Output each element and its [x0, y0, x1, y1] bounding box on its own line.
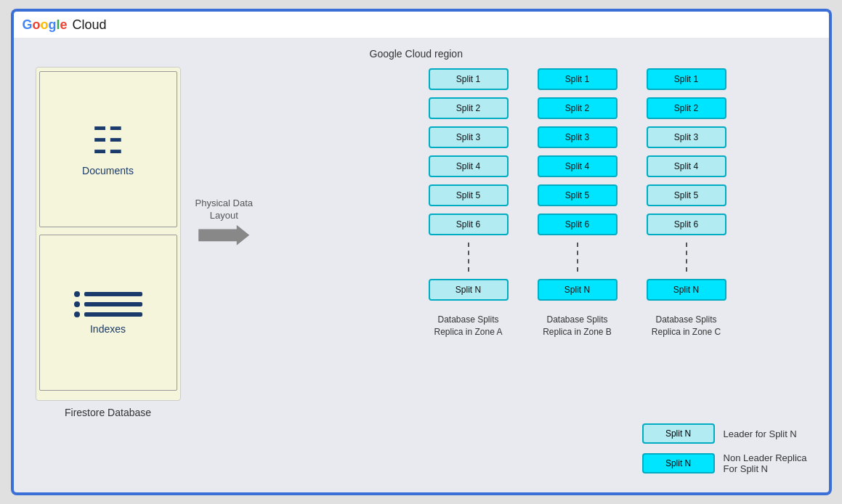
document-icon: ☷: [92, 123, 124, 159]
indexes-label: Indexes: [90, 323, 126, 335]
legend-leader-split: Split N: [642, 423, 715, 444]
inner-frame: ☷ Documents Indexes Firestore Database P…: [14, 38, 829, 492]
zone-a-label: Database SplitsReplica in Zone A: [434, 314, 502, 338]
zone-a-split-5: Split 5: [429, 184, 509, 206]
indexes-box: Indexes: [39, 235, 177, 391]
splits-area: Split 1 Split 2 Split 3 Split 4 Split 5 …: [341, 68, 814, 338]
zone-c-split-4: Split 4: [647, 155, 726, 177]
zone-c-split-5: Split 5: [647, 184, 726, 206]
legend-replica: Split N Non Leader ReplicaFor Split N: [642, 452, 807, 474]
indexes-icon: [74, 291, 142, 317]
legend-leader: Split N Leader for Split N: [642, 423, 807, 444]
legend-replica-split: Split N: [642, 453, 715, 473]
zone-b-split-5: Split 5: [538, 184, 618, 206]
legend-area: Split N Leader for Split N Split N Non L…: [642, 423, 807, 474]
legend-replica-text: Non Leader ReplicaFor Split N: [724, 452, 807, 474]
zone-b-split-3: Split 3: [538, 126, 618, 148]
legend-leader-text: Leader for Split N: [724, 428, 797, 439]
google-logo: Google Cloud: [23, 17, 107, 33]
zone-a-split-4: Split 4: [429, 155, 509, 177]
zone-a-split-2: Split 2: [429, 97, 509, 119]
zone-c-split-3: Split 3: [647, 126, 726, 148]
firestore-container: ☷ Documents Indexes Firestore Database: [36, 67, 181, 418]
arrow-container: Physical DataLayout: [195, 198, 253, 245]
zone-b-split-2: Split 2: [538, 97, 618, 119]
zone-a-split-6: Split 6: [429, 214, 509, 235]
zone-a-split-3: Split 3: [429, 126, 509, 148]
zone-a-split-n: Split N: [429, 279, 509, 301]
zone-b-column: Split 1 Split 2 Split 3 Split 4 Split 5 …: [538, 68, 618, 338]
header-bar: Google Cloud: [14, 12, 829, 38]
zone-c-column: Split 1 Split 2 Split 3 Split 4 Split 5 …: [647, 68, 726, 338]
zone-b-split-6: Split 6: [538, 214, 618, 235]
firestore-box: ☷ Documents Indexes: [36, 67, 181, 401]
zone-c-label: Database SplitsReplica in Zone C: [652, 314, 721, 338]
zone-c-dashed-line: [686, 243, 687, 272]
region-label: Google Cloud region: [370, 48, 463, 60]
zone-a-column: Split 1 Split 2 Split 3 Split 4 Split 5 …: [429, 68, 509, 338]
zone-b-label: Database SplitsReplica in Zone B: [543, 314, 612, 338]
zone-b-split-1: Split 1: [538, 68, 618, 90]
zone-c-split-n: Split N: [647, 279, 726, 301]
firestore-db-label: Firestore Database: [65, 407, 151, 418]
documents-box: ☷ Documents: [39, 71, 177, 227]
zone-b-split-4: Split 4: [538, 155, 618, 177]
zone-a-split-1: Split 1: [429, 68, 509, 90]
documents-label: Documents: [82, 165, 134, 176]
zone-c-split-2: Split 2: [647, 97, 726, 119]
zone-c-split-6: Split 6: [647, 214, 726, 235]
outer-frame: Google Cloud ☷ Documents Indexes: [11, 9, 832, 495]
arrow-shape: [198, 225, 249, 245]
arrow-label: Physical DataLayout: [195, 198, 253, 222]
arrow-body: [198, 225, 249, 245]
zone-b-split-n: Split N: [538, 279, 618, 301]
zone-c-split-1: Split 1: [647, 68, 726, 90]
splits-grid: Split 1 Split 2 Split 3 Split 4 Split 5 …: [341, 68, 814, 338]
zone-a-dashed-line: [468, 243, 469, 272]
zone-b-dashed-line: [577, 243, 578, 272]
